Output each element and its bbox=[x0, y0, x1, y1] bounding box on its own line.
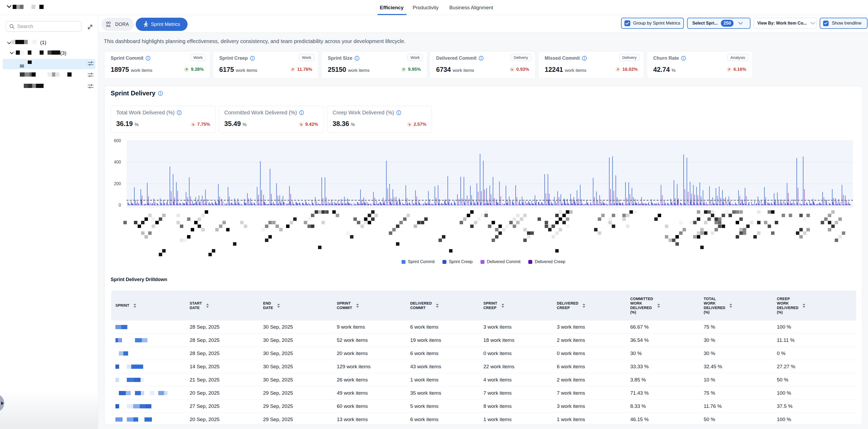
svg-text:RA: RA bbox=[106, 24, 111, 28]
svg-text:0: 0 bbox=[119, 203, 121, 207]
svg-text:400: 400 bbox=[114, 160, 121, 164]
svg-text:200: 200 bbox=[114, 182, 121, 186]
svg-text:DO: DO bbox=[106, 21, 111, 24]
svg-text:600: 600 bbox=[114, 139, 121, 143]
